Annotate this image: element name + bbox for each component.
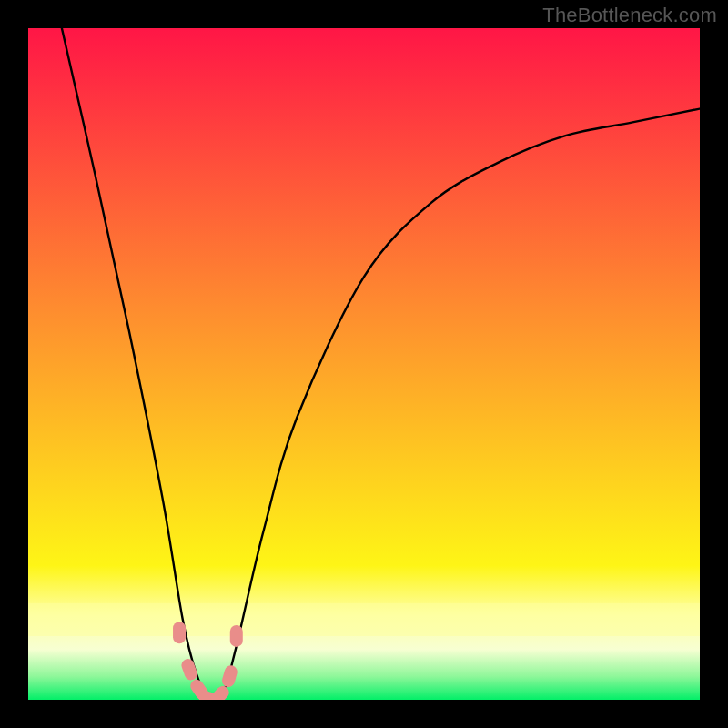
watermark-text: TheBottleneck.com [542,4,717,27]
valley-marker [230,625,243,647]
chart-canvas [28,28,700,700]
highlight-band [28,603,700,636]
valley-marker [173,622,186,643]
outer-frame: TheBottleneck.com [0,0,728,728]
